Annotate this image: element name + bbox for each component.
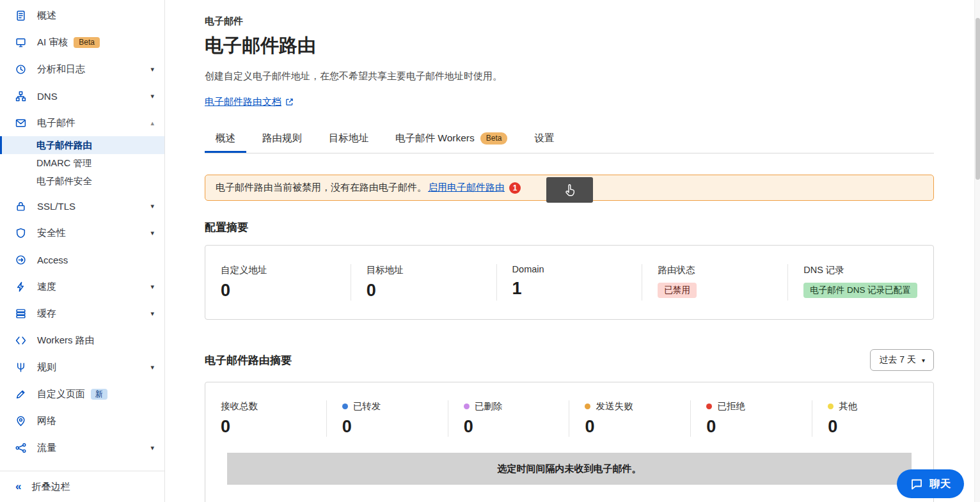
sidebar-item-email-security[interactable]: 电子邮件安全 bbox=[0, 172, 164, 190]
forwarded-dot bbox=[342, 404, 348, 409]
sidebar-item-access[interactable]: Access bbox=[0, 246, 164, 273]
stat-dns-records: DNS 记录 电子邮件 DNS 记录已配置 bbox=[787, 264, 933, 301]
sidebar-item-ai-review[interactable]: AI 审核 Beta bbox=[0, 29, 164, 56]
chat-bubble-icon bbox=[910, 478, 923, 490]
stat-routing-status: 路由状态 已禁用 bbox=[642, 264, 787, 301]
sidebar-item-dns[interactable]: DNS ▾ bbox=[0, 82, 164, 109]
trident-icon bbox=[15, 362, 28, 373]
stat-value: 0 bbox=[706, 417, 796, 437]
enable-email-routing-link[interactable]: 启用电子邮件路由 bbox=[428, 182, 505, 194]
tab-label: 路由规则 bbox=[262, 132, 302, 145]
sidebar-item-label: 电子邮件安全 bbox=[36, 175, 92, 187]
stat-total-received: 接收总数 0 bbox=[205, 400, 326, 437]
stat-dropped: 已删除 0 bbox=[448, 400, 569, 437]
document-icon bbox=[15, 10, 28, 21]
sidebar-item-workers-routes[interactable]: Workers 路由 bbox=[0, 327, 164, 354]
sidebar: 概述 AI 审核 Beta 分析和日志 ▾ DNS ▾ 电子邮件 ▴ bbox=[0, 0, 165, 502]
sidebar-item-label: DNS bbox=[37, 91, 58, 102]
stat-custom-addresses: 自定义地址 0 bbox=[205, 264, 351, 301]
config-summary-card: 自定义地址 0 目标地址 0 Domain 1 路由状态 已禁用 DNS 记录 … bbox=[205, 245, 934, 320]
sidebar-item-overview[interactable]: 概述 bbox=[0, 2, 164, 29]
sidebar-item-traffic[interactable]: 流量 ▾ bbox=[0, 434, 164, 461]
stat-forwarded: 已转发 0 bbox=[326, 400, 448, 437]
status-badge-disabled: 已禁用 bbox=[658, 283, 697, 298]
sidebar-item-ssl-tls[interactable]: SSL/TLS ▾ bbox=[0, 192, 164, 219]
tab-label: 目标地址 bbox=[329, 132, 368, 145]
tab-label: 电子邮件 Workers bbox=[395, 132, 475, 145]
map-pin-icon bbox=[15, 416, 28, 427]
routing-summary-title: 电子邮件路由摘要 bbox=[205, 353, 292, 368]
tab-settings[interactable]: 设置 bbox=[523, 125, 565, 153]
dns-hierarchy-icon bbox=[15, 91, 28, 102]
page-description: 创建自定义电子邮件地址，在您不希望共享主要电子邮件地址时使用。 bbox=[205, 70, 934, 82]
sidebar-item-email[interactable]: 电子邮件 ▴ bbox=[0, 109, 164, 136]
rejected-dot bbox=[706, 404, 712, 409]
collapse-sidebar-button[interactable]: « 折叠边栏 bbox=[0, 471, 164, 502]
sidebar-item-email-routing[interactable]: 电子邮件路由 bbox=[0, 136, 164, 154]
hand-pointer-icon bbox=[562, 182, 578, 198]
sidebar-nav: 概述 AI 审核 Beta 分析和日志 ▾ DNS ▾ 电子邮件 ▴ bbox=[0, 0, 164, 471]
code-brackets-icon bbox=[15, 335, 28, 346]
chevron-down-icon: ▾ bbox=[150, 283, 154, 291]
sidebar-item-dmarc[interactable]: DMARC 管理 bbox=[0, 154, 164, 172]
period-dropdown-value: 过去 7 天 bbox=[879, 354, 916, 366]
chevron-down-icon: ▾ bbox=[150, 444, 154, 452]
stat-label: 已转发 bbox=[353, 400, 381, 412]
stat-label: 其他 bbox=[839, 400, 857, 412]
tab-email-workers[interactable]: 电子邮件 Workers Beta bbox=[384, 125, 518, 153]
sidebar-item-cache[interactable]: 缓存 ▾ bbox=[0, 300, 164, 327]
stat-value: 0 bbox=[221, 417, 311, 437]
stat-value: 0 bbox=[221, 281, 335, 301]
config-summary-title: 配置摘要 bbox=[205, 220, 934, 235]
sidebar-item-label: 规则 bbox=[37, 361, 56, 373]
stat-label: DNS 记录 bbox=[803, 264, 918, 276]
sidebar-item-label: 自定义页面 bbox=[37, 388, 85, 400]
sidebar-item-network[interactable]: 网络 bbox=[0, 407, 164, 434]
sidebar-item-speed[interactable]: 速度 ▾ bbox=[0, 273, 164, 300]
collapse-label: 折叠边栏 bbox=[31, 481, 70, 493]
stat-label: 接收总数 bbox=[221, 400, 311, 412]
stat-delivery-failed: 发送失败 0 bbox=[569, 400, 690, 437]
tab-overview[interactable]: 概述 bbox=[205, 125, 246, 153]
branch-icon bbox=[15, 443, 28, 453]
page-title: 电子邮件路由 bbox=[205, 33, 934, 59]
sidebar-item-analytics[interactable]: 分析和日志 ▾ bbox=[0, 56, 164, 82]
stat-rejected: 已拒绝 0 bbox=[690, 400, 812, 437]
sidebar-item-label: 电子邮件 bbox=[37, 117, 75, 129]
sidebar-item-label: 速度 bbox=[37, 281, 56, 293]
tab-routing-rules[interactable]: 路由规则 bbox=[251, 125, 313, 153]
stat-label: Domain bbox=[512, 264, 627, 274]
sidebar-item-security[interactable]: 安全性 ▾ bbox=[0, 219, 164, 246]
routing-summary-card: 接收总数 0 已转发 0 已删除 0 发送失败 0 bbox=[205, 382, 934, 502]
scrollbar-thumb[interactable] bbox=[976, 18, 980, 180]
sidebar-item-label: Access bbox=[37, 255, 68, 265]
monitor-icon bbox=[15, 37, 28, 48]
stat-value: 1 bbox=[512, 279, 627, 299]
collapse-chevrons-icon: « bbox=[15, 480, 21, 493]
failed-dot bbox=[585, 404, 590, 409]
tab-destination-addresses[interactable]: 目标地址 bbox=[318, 125, 379, 153]
sidebar-item-custom-pages[interactable]: 自定义页面 新 bbox=[0, 380, 164, 407]
disabled-alert-banner: 电子邮件路由当前被禁用，没有在路由电子邮件。 启用电子邮件路由 1 bbox=[205, 175, 934, 201]
chat-button-label: 聊天 bbox=[929, 477, 951, 491]
stat-destination-addresses: 目标地址 0 bbox=[351, 264, 496, 301]
database-icon bbox=[15, 308, 28, 319]
beta-badge: Beta bbox=[74, 37, 100, 48]
chevron-down-icon: ▾ bbox=[922, 357, 925, 364]
period-dropdown[interactable]: 过去 7 天 ▾ bbox=[870, 349, 934, 371]
main-content: 电子邮件 电子邮件路由 创建自定义电子邮件地址，在您不希望共享主要电子邮件地址时… bbox=[165, 0, 980, 502]
chat-button[interactable]: 聊天 bbox=[897, 469, 964, 498]
chevron-down-icon: ▾ bbox=[150, 229, 154, 237]
chevron-down-icon: ▾ bbox=[150, 202, 154, 210]
scrollbar[interactable] bbox=[974, 0, 980, 502]
sidebar-item-label: 缓存 bbox=[37, 308, 56, 320]
stat-domain: Domain 1 bbox=[496, 264, 642, 301]
doc-link[interactable]: 电子邮件路由文档 bbox=[205, 96, 294, 108]
stat-label: 路由状态 bbox=[658, 264, 772, 276]
sidebar-item-rules[interactable]: 规则 ▾ bbox=[0, 354, 164, 380]
stat-label: 自定义地址 bbox=[221, 264, 335, 276]
lightning-icon bbox=[15, 281, 28, 292]
stat-label: 已删除 bbox=[475, 400, 503, 412]
pen-icon bbox=[15, 389, 28, 400]
chevron-down-icon: ▾ bbox=[150, 92, 154, 100]
